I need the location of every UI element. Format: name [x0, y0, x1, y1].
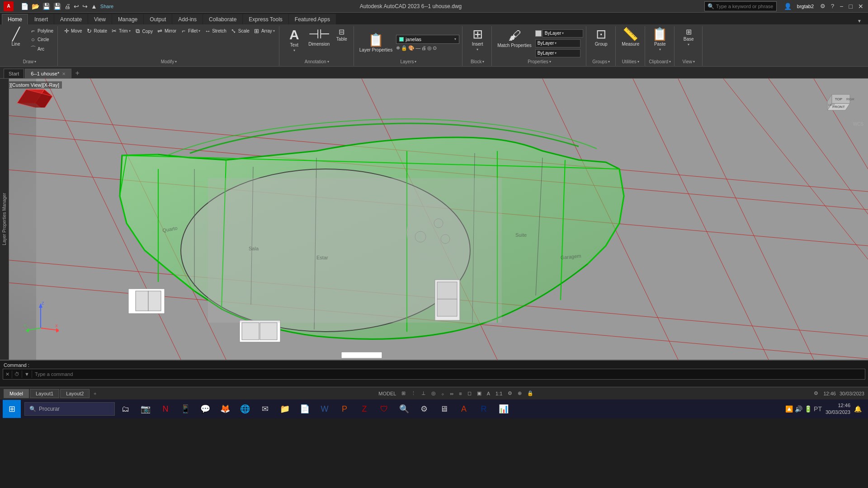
layer-lock-icon[interactable]: 🔒: [401, 45, 407, 51]
groups-group-label[interactable]: Groups▾: [592, 59, 610, 65]
mirror-button[interactable]: ⇌ Mirror: [155, 27, 178, 35]
tab-output[interactable]: Output: [144, 14, 172, 24]
ribbon-search-bar[interactable]: 🔍: [704, 1, 777, 11]
windows-start-button[interactable]: ⊞: [3, 400, 21, 418]
share-button[interactable]: Share: [99, 3, 114, 10]
color-dropdown[interactable]: ByLayer ▾: [542, 29, 583, 38]
trim-button[interactable]: ✂ Trim▾: [109, 27, 132, 35]
move-button[interactable]: ✛ Move: [61, 27, 83, 35]
copy-button[interactable]: ⧉ Copy: [133, 27, 154, 35]
tab-insert[interactable]: Insert: [28, 14, 54, 24]
draw-group-label[interactable]: Draw▾: [23, 59, 36, 65]
new-button[interactable]: 📄: [20, 2, 29, 11]
osnap-toggle[interactable]: ⬦: [440, 391, 446, 396]
minimize-button[interactable]: −: [839, 2, 844, 11]
array-button[interactable]: ⊞ Array▾: [252, 27, 276, 35]
layer-isolate-btn[interactable]: ⊙: [433, 45, 437, 51]
command-settings-button[interactable]: ▼: [22, 371, 32, 378]
modify-group-label[interactable]: Modify▾: [161, 59, 177, 65]
command-input-field[interactable]: [32, 371, 865, 377]
viewport-scale[interactable]: ⚙: [506, 390, 514, 396]
command-history-button[interactable]: ⏱: [12, 371, 22, 378]
windows-search[interactable]: 🔍 Procurar: [24, 402, 115, 416]
lineweight-dropdown[interactable]: ByLayer ▾: [535, 49, 580, 57]
match-properties-button[interactable]: 🖌 Match Properties: [495, 28, 533, 49]
new-layout-button[interactable]: +: [90, 389, 99, 398]
properties-toggle[interactable]: ⊕: [516, 390, 523, 396]
dimension-button[interactable]: ⊣⊢ Dimension: [307, 27, 332, 47]
circle-button[interactable]: ○ Circle: [28, 36, 55, 43]
text-button[interactable]: A Text▾: [283, 27, 306, 53]
snap-toggle[interactable]: ⋮: [410, 390, 417, 396]
maximize-button[interactable]: □: [848, 2, 854, 11]
taskbar-firefox[interactable]: 🦊: [216, 400, 234, 418]
annotation-toggle[interactable]: A: [486, 391, 491, 396]
tab-addins[interactable]: Add-ins: [172, 14, 203, 24]
layer-dropdown[interactable]: janelas ▾: [396, 35, 459, 44]
isolate-toggle[interactable]: 🔒: [526, 390, 535, 396]
layout-tab-model[interactable]: Model: [4, 389, 29, 398]
command-close-button[interactable]: ✕: [3, 371, 12, 378]
taskbar-pdf[interactable]: 📄: [296, 400, 314, 418]
save-button[interactable]: 💾: [42, 2, 51, 11]
layer-freeze-icon[interactable]: ❄: [396, 45, 400, 51]
tab-manage[interactable]: Manage: [112, 14, 143, 24]
insert-button[interactable]: ⊞ Insert▾: [466, 27, 489, 52]
tab-collaborate[interactable]: Collaborate: [203, 14, 242, 24]
transparency-toggle[interactable]: ◻: [466, 390, 473, 396]
taskbar-app3[interactable]: A: [455, 400, 473, 418]
tab-uhouse[interactable]: 6--1 uhouse* ✕: [25, 69, 71, 78]
annotation-group-label[interactable]: Annotation▾: [305, 59, 329, 65]
model-toggle[interactable]: MODEL: [377, 391, 397, 396]
tab-annotate[interactable]: Annotate: [54, 14, 88, 24]
saveas-button[interactable]: 💾: [52, 2, 62, 11]
tray-network[interactable]: 🔼: [785, 405, 793, 413]
help-button[interactable]: ?: [830, 2, 835, 10]
layers-group-label[interactable]: Layers▾: [400, 59, 416, 65]
taskbar-filezilla[interactable]: Z: [355, 400, 373, 418]
table-button[interactable]: ⊟ Table: [333, 27, 351, 43]
layer-plot-icon[interactable]: 🖨: [421, 45, 426, 51]
scale-button[interactable]: ⤡ Scale: [229, 27, 251, 35]
arc-button[interactable]: ⌒ Arc: [28, 44, 55, 53]
canvas-area[interactable]: Quarto Sala Estar Suite Garagem: [0, 79, 868, 360]
polyline-button[interactable]: ⌐ Polyline: [28, 27, 55, 35]
taskbar-folder[interactable]: 📁: [276, 400, 294, 418]
taskbar-netflix[interactable]: N: [156, 400, 175, 418]
tab-home[interactable]: Home: [2, 14, 28, 24]
measure-button[interactable]: 📏 Measure: [619, 27, 642, 47]
layer-properties-sidebar[interactable]: Layer Properties Manager: [0, 79, 9, 360]
taskbar-edge[interactable]: 🌐: [236, 400, 254, 418]
redo-button[interactable]: ↪: [81, 2, 89, 11]
stretch-button[interactable]: ↔ Stretch: [203, 27, 228, 35]
print-button[interactable]: 🖨: [63, 2, 71, 11]
grid-toggle[interactable]: ⊞: [400, 390, 407, 396]
taskbar-app1[interactable]: ⚙: [415, 400, 433, 418]
properties-group-label[interactable]: Properties▾: [528, 59, 551, 65]
taskbar-ppt[interactable]: P: [335, 400, 354, 418]
lineweight-toggle[interactable]: ≡: [458, 391, 463, 396]
taskbar-app5[interactable]: 📊: [495, 400, 513, 418]
tab-expresstools[interactable]: Express Tools: [243, 14, 288, 24]
taskbar-camera[interactable]: 📷: [137, 400, 155, 418]
share-icon[interactable]: ▲: [90, 2, 98, 11]
new-tab-button[interactable]: +: [72, 68, 82, 78]
ribbon-search-input[interactable]: [716, 4, 778, 9]
linetype-dropdown[interactable]: ByLayer ▾: [535, 39, 580, 47]
taskbar-antivirus[interactable]: 🛡: [375, 400, 393, 418]
tab-featuredapps[interactable]: Featured Apps: [289, 14, 336, 24]
taskbar-app2[interactable]: 🖥: [435, 400, 453, 418]
taskbar-files[interactable]: 🗂: [117, 400, 135, 418]
account-menu[interactable]: ⚙: [819, 2, 826, 10]
settings-button[interactable]: ⚙: [812, 390, 820, 396]
view-base-button[interactable]: ⊞ Base▾: [679, 27, 698, 48]
navcube[interactable]: TOP FRONT LEFT RIGHT: [818, 83, 854, 119]
taskbar-mail[interactable]: ✉: [256, 400, 274, 418]
tray-speaker[interactable]: 🔊: [795, 405, 802, 413]
tray-notifications[interactable]: 🔔: [854, 405, 862, 413]
tab-start[interactable]: Start: [4, 69, 24, 78]
taskbar-browser2[interactable]: 🔍: [395, 400, 413, 418]
taskbar-discord[interactable]: 💬: [196, 400, 214, 418]
selection-toggle[interactable]: ▣: [476, 390, 483, 396]
rotate-button[interactable]: ↻ Rotate: [84, 27, 108, 35]
